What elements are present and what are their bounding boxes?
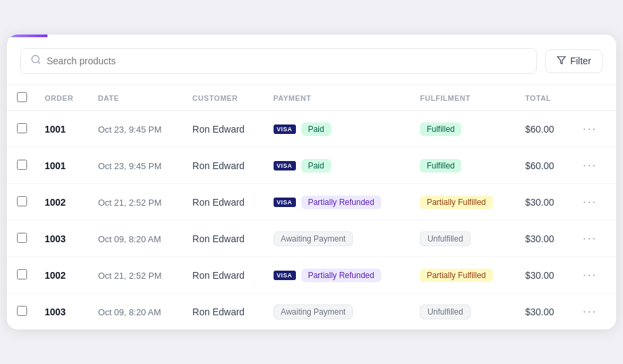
order-number: 1002 [45,270,66,281]
filter-icon [557,55,566,67]
payment-badge: Paid [301,159,331,173]
row-actions-button[interactable]: ··· [579,303,601,320]
payment-cell: VISAPartially Refunded [274,269,404,282]
order-date: Oct 23, 9:45 PM [98,124,162,135]
visa-icon: VISA [274,161,296,170]
order-total: $60.00 [525,160,555,171]
order-date: Oct 09, 8:20 AM [98,307,161,317]
order-total: $30.00 [525,197,555,208]
main-card: Filter ORDER DATE CUSTOMER PAYMENT FULFI… [7,35,616,329]
toolbar: Filter [7,37,616,85]
order-total: $30.00 [525,270,555,281]
fulfilment-badge: Unfulfilled [420,231,471,246]
order-number: 1001 [45,160,66,171]
row-checkbox-3[interactable] [17,233,27,243]
order-date: Oct 09, 8:20 AM [98,234,161,244]
table-row: 1003Oct 09, 8:20 AMRon EdwardAwaiting Pa… [7,221,616,257]
payment-cell: VISAPaid [274,122,404,136]
svg-marker-2 [557,56,565,64]
payment-cell: Awaiting Payment [274,231,404,246]
fulfilment-badge: Partially Fulfilled [420,196,492,209]
row-actions-button[interactable]: ··· [579,267,601,283]
order-number: 1003 [45,233,66,244]
col-total: TOTAL [517,85,571,111]
customer-name: Ron Edward [192,160,244,171]
payment-cell: Awaiting Payment [274,304,404,319]
order-number: 1001 [45,124,66,135]
row-actions-button[interactable]: ··· [579,230,601,247]
order-total: $30.00 [525,233,555,244]
col-date: DATE [90,85,184,111]
table-row: 1002Oct 21, 2:52 PMRon EdwardVISAPartial… [7,184,616,221]
customer-name: Ron Edward [192,270,244,281]
payment-badge: Paid [301,122,331,136]
fulfilment-badge: Fulfilled [420,122,461,136]
col-payment: PAYMENT [265,85,412,111]
row-actions-button[interactable]: ··· [579,194,601,210]
visa-icon: VISA [274,198,296,207]
col-customer: CUSTOMER [184,85,265,111]
orders-table-wrap: ORDER DATE CUSTOMER PAYMENT FULFILMENT T… [7,85,616,329]
order-number: 1002 [45,197,66,208]
col-fulfilment: FULFILMENT [412,85,517,111]
visa-icon: VISA [274,124,296,134]
fulfilment-badge: Partially Fulfilled [420,269,492,282]
table-row: 1003Oct 09, 8:20 AMRon EdwardAwaiting Pa… [7,294,616,330]
search-icon [30,54,41,68]
svg-point-0 [32,55,39,63]
order-date: Oct 21, 2:52 PM [98,271,162,281]
row-checkbox-2[interactable] [17,196,27,206]
order-date: Oct 21, 2:52 PM [98,198,162,208]
order-total: $60.00 [525,124,555,135]
table-row: 1001Oct 23, 9:45 PMRon EdwardVISAPaidFul… [7,147,616,184]
table-header: ORDER DATE CUSTOMER PAYMENT FULFILMENT T… [7,85,616,111]
fulfilment-badge: Fulfilled [420,159,461,173]
row-checkbox-4[interactable] [17,269,27,279]
row-actions-button[interactable]: ··· [579,120,601,137]
search-box [20,48,537,74]
filter-button[interactable]: Filter [545,49,603,73]
payment-badge: Awaiting Payment [274,231,353,246]
search-input[interactable] [47,55,527,66]
row-actions-button[interactable]: ··· [579,157,601,174]
customer-name: Ron Edward [192,124,244,135]
payment-cell: VISAPaid [274,159,404,173]
customer-name: Ron Edward [192,197,244,208]
orders-table: ORDER DATE CUSTOMER PAYMENT FULFILMENT T… [7,85,616,329]
order-total: $30.00 [525,306,555,317]
visa-icon: VISA [274,271,296,280]
filter-label: Filter [570,55,591,66]
payment-badge: Partially Refunded [301,269,381,282]
table-body: 1001Oct 23, 9:45 PMRon EdwardVISAPaidFul… [7,111,616,330]
col-order: ORDER [37,85,90,111]
row-checkbox-1[interactable] [17,160,27,170]
table-row: 1002Oct 21, 2:52 PMRon EdwardVISAPartial… [7,257,616,294]
order-number: 1003 [45,306,66,317]
order-date: Oct 23, 9:45 PM [98,161,162,171]
customer-name: Ron Edward [192,233,244,244]
select-all-checkbox[interactable] [17,92,27,102]
payment-badge: Awaiting Payment [274,304,353,319]
fulfilment-badge: Unfulfilled [420,304,471,319]
row-checkbox-0[interactable] [17,123,27,133]
svg-line-1 [38,62,40,64]
payment-cell: VISAPartially Refunded [274,196,404,209]
payment-badge: Partially Refunded [301,196,381,209]
table-row: 1001Oct 23, 9:45 PMRon EdwardVISAPaidFul… [7,111,616,147]
customer-name: Ron Edward [192,306,244,317]
row-checkbox-5[interactable] [17,306,27,316]
